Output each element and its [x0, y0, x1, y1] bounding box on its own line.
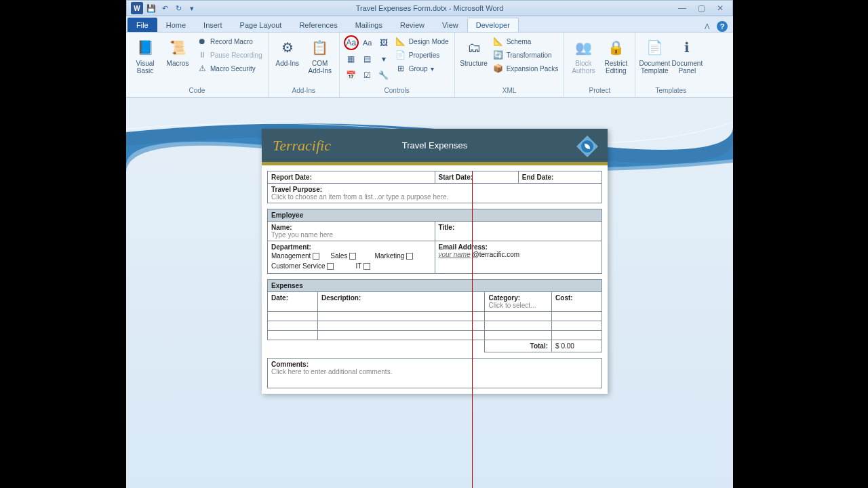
properties-button[interactable]: 📄Properties [394, 49, 450, 61]
document-title: Travel Expenses [402, 140, 467, 150]
checkbox-control-icon[interactable]: ☑ [360, 68, 375, 83]
restrict-editing-icon: 🔒 [605, 37, 627, 58]
dept-management[interactable]: Management [271, 252, 319, 260]
record-macro-button[interactable]: ⏺Record Macro [195, 35, 264, 47]
help-icon[interactable]: ? [717, 21, 728, 32]
brand-name: Terracific [273, 137, 331, 155]
com-addins-button[interactable]: 📋 COM Add-Ins [305, 35, 335, 75]
email-field[interactable]: your name [439, 251, 471, 258]
group-addins: ⚙ Add-Ins 📋 COM Add-Ins Add-Ins [269, 33, 340, 97]
close-button[interactable]: ✕ [715, 3, 726, 13]
group-controls: Aa Aa 🖼 ▦ ▤ ▾ 📅 ☑ 🔧 📐Design Mode 📄Proper… [340, 33, 455, 97]
date-picker-control-icon[interactable]: 📅 [344, 68, 359, 83]
schema-icon: 📐 [493, 36, 504, 47]
document-template-icon: 📄 [644, 37, 665, 58]
block-authors-icon: 👥 [572, 37, 594, 58]
undo-icon[interactable]: ↶ [159, 3, 170, 14]
com-addins-icon: 📋 [309, 37, 331, 58]
travel-purpose-field[interactable]: Click to choose an item from a list...or… [271, 193, 448, 201]
structure-icon: 🗂 [463, 37, 485, 58]
report-date-label: Report Date: [271, 174, 312, 181]
structure-button[interactable]: 🗂 Structure [459, 35, 489, 67]
dates-table: Report Date: Start Date: End Date: Trave… [267, 171, 602, 203]
picture-control-icon[interactable]: 🖼 [376, 35, 391, 50]
macros-button[interactable]: 📜 Macros [163, 35, 193, 67]
macro-security-button[interactable]: ⚠Macro Security [195, 62, 264, 75]
group-protect: 👥 Block Authors 🔒 Restrict Editing Prote… [564, 33, 635, 97]
comments-label: Comments: [271, 361, 309, 368]
title-bar: W 💾 ↶ ↻ ▾ Travel Expenses Form.dotx - Mi… [126, 0, 733, 16]
plain-text-control-icon[interactable]: Aa [360, 35, 375, 50]
ribbon: 📘 Visual Basic 📜 Macros ⏺Record Macro ⏸P… [126, 33, 733, 98]
dept-marketing[interactable]: Marketing [366, 252, 413, 260]
comments-table: Comments: Click here to enter additional… [267, 358, 602, 388]
tab-view[interactable]: View [433, 18, 467, 32]
expense-row[interactable] [268, 331, 602, 340]
rich-text-control-icon[interactable]: Aa [344, 35, 359, 50]
exp-cost-header: Cost: [555, 294, 573, 302]
transformation-button[interactable]: 🔄Transformation [492, 49, 560, 61]
building-block-control-icon[interactable]: ▦ [344, 52, 359, 66]
expansion-packs-button[interactable]: 📦Expansion Packs [492, 62, 560, 75]
macros-icon: 📜 [167, 37, 189, 58]
employee-table: Employee Name: Type you name here Title:… [267, 209, 602, 274]
block-authors-button[interactable]: 👥 Block Authors [568, 35, 598, 75]
end-date-label: End Date: [522, 174, 554, 181]
company-logo-icon [575, 134, 599, 159]
exp-date-header: Date: [271, 294, 288, 302]
legacy-tools-icon[interactable]: 🔧 [376, 68, 391, 83]
exp-category-field[interactable]: Click to select... [488, 302, 536, 309]
design-mode-button[interactable]: 📐Design Mode [394, 35, 450, 47]
addins-button[interactable]: ⚙ Add-Ins [273, 35, 302, 67]
email-label: Email Address: [439, 243, 488, 251]
redo-icon[interactable]: ↻ [173, 3, 184, 14]
schema-button[interactable]: 📐Schema [492, 35, 560, 47]
visual-basic-icon: 📘 [134, 37, 156, 58]
minimize-button[interactable]: — [677, 3, 688, 13]
tab-review[interactable]: Review [391, 18, 433, 32]
maximize-button[interactable]: ▢ [696, 3, 707, 13]
group-templates: 📄 Document Template ℹ Document Panel Tem… [635, 33, 706, 97]
group-button[interactable]: ⊞Group ▾ [394, 62, 450, 75]
exp-description-header: Description: [321, 294, 361, 302]
pause-recording-button[interactable]: ⏸Pause Recording [195, 49, 264, 61]
combo-box-control-icon[interactable]: ▤ [360, 52, 375, 66]
dept-sales[interactable]: Sales [329, 252, 356, 260]
minimize-ribbon-icon[interactable]: ᐱ [702, 21, 713, 32]
tab-file[interactable]: File [127, 18, 157, 32]
group-xml: 🗂 Structure 📐Schema 🔄Transformation 📦Exp… [455, 33, 565, 97]
qat-dropdown-icon[interactable]: ▾ [186, 3, 197, 14]
properties-icon: 📄 [395, 49, 406, 60]
dept-it[interactable]: IT [343, 262, 370, 270]
tab-mailings[interactable]: Mailings [347, 18, 391, 32]
group-icon: ⊞ [395, 63, 406, 74]
expense-row[interactable] [268, 312, 602, 321]
tab-developer[interactable]: Developer [467, 18, 519, 32]
tab-insert[interactable]: Insert [195, 18, 231, 32]
total-value: $ 0.00 [552, 340, 602, 352]
document-panel-button[interactable]: ℹ Document Panel [672, 35, 702, 75]
comments-field[interactable]: Click here to enter additional comments. [271, 368, 392, 375]
restrict-editing-button[interactable]: 🔒 Restrict Editing [601, 35, 631, 75]
visual-basic-button[interactable]: 📘 Visual Basic [130, 35, 160, 75]
tab-home[interactable]: Home [157, 18, 195, 32]
expense-row[interactable] [268, 321, 602, 331]
document-template-button[interactable]: 📄 Document Template [639, 35, 669, 75]
document-banner: Terracific Travel Expenses [262, 129, 608, 165]
group-code: 📘 Visual Basic 📜 Macros ⏺Record Macro ⏸P… [126, 33, 269, 97]
tab-page-layout[interactable]: Page Layout [231, 18, 291, 32]
word-icon[interactable]: W [131, 2, 143, 14]
save-icon[interactable]: 💾 [146, 3, 157, 14]
dept-customer-service[interactable]: Customer Service [271, 262, 334, 270]
total-label: Total: [530, 342, 548, 350]
tab-references[interactable]: References [290, 18, 346, 32]
dropdown-control-icon[interactable]: ▾ [376, 52, 391, 66]
controls-grid: Aa Aa 🖼 ▦ ▤ ▾ 📅 ☑ 🔧 [344, 35, 391, 83]
name-field[interactable]: Type you name here [271, 231, 333, 239]
start-date-label: Start Date: [439, 174, 473, 181]
expansion-icon: 📦 [493, 63, 504, 74]
expenses-header: Expenses [268, 280, 602, 292]
title-label: Title: [439, 224, 455, 231]
window-title: Travel Expenses Form.dotx - Microsoft Wo… [356, 4, 504, 12]
employee-header: Employee [268, 209, 602, 222]
